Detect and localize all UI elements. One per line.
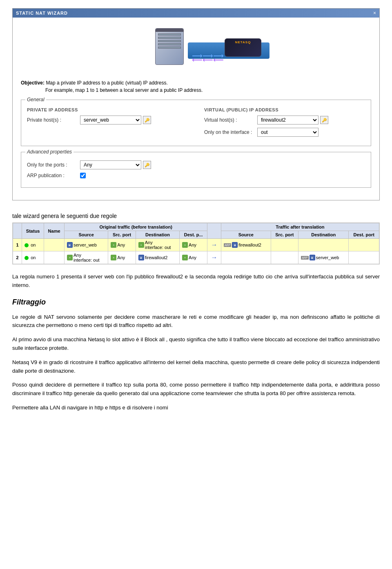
netasq-device: NETASQ xyxy=(225,38,261,57)
any-icon2: + xyxy=(138,242,144,248)
row1-after-source-text: firewallout2 xyxy=(238,242,261,247)
para3: Al primo avvio di una macchina Netasq lo… xyxy=(12,336,380,353)
advanced-title: Advanced properties xyxy=(25,149,74,155)
arp-icon2: ARP xyxy=(301,256,308,260)
server-stripe-4 xyxy=(158,43,181,45)
row2-dest-cell: 🖥 firewallout2 xyxy=(138,255,168,260)
interface-row: Only on the interface : out xyxy=(204,128,365,137)
row2-destport: + Any xyxy=(180,251,207,264)
para5: Posso quindi decidere di permettere il t… xyxy=(12,381,380,398)
row1-srcport-cell: + Any xyxy=(111,242,125,248)
ports-label: Only for the ports : xyxy=(27,162,80,168)
row1-srcport-text: Any xyxy=(117,242,125,247)
objective-main: Map a private IP address to a public (vi… xyxy=(46,80,167,86)
ports-control: Any 🔑 xyxy=(80,160,151,169)
row1-after-dest xyxy=(298,239,349,251)
filtraggio-heading: Filtraggio xyxy=(12,298,380,307)
advanced-group: Advanced properties Only for the ports :… xyxy=(21,152,371,188)
netasq-label: NETASQ xyxy=(225,39,261,44)
private-section-title: PRIVATE IP ADDRESS xyxy=(27,107,188,112)
wizard-window: STATIC NAT WIZARD × xyxy=(12,8,380,200)
status-on-icon xyxy=(24,243,29,247)
server-stripe-1 xyxy=(158,33,181,36)
row2-destport-cell: + Any xyxy=(182,255,196,260)
private-host-label: Private host(s) : xyxy=(27,117,80,123)
section-title: tale wizard genera le seguenti due regol… xyxy=(12,213,380,219)
row2-dest: 🖥 firewallout2 xyxy=(136,251,179,264)
row2-srcport-cell: + Any xyxy=(111,255,125,260)
private-host-control: server_web 🔑 xyxy=(80,116,151,124)
row1-status-label: on xyxy=(31,242,36,247)
wizard-close-button[interactable]: × xyxy=(373,10,376,16)
ports-row: Only for the ports : Any 🔑 xyxy=(27,160,365,169)
col-after-srcport-header: Src. port xyxy=(271,231,298,239)
row2-name xyxy=(44,251,65,264)
host-icon: 🖥 xyxy=(67,242,73,248)
row1-after-srcport xyxy=(271,239,298,251)
host-icon3: 🖥 xyxy=(138,255,144,260)
row1-dest-cell: + Anyinterface: out xyxy=(138,240,171,250)
server-stripe-2 xyxy=(158,37,181,39)
row2-source-text: Anyinterface: out xyxy=(74,253,100,262)
row1-destport-cell: + Any xyxy=(182,242,196,248)
any-icon4: + xyxy=(67,255,73,260)
row2-destport-text: Any xyxy=(189,255,196,260)
virtual-host-row: Virtual host(s) : firewallout2 🔑 xyxy=(204,116,365,124)
virtual-host-add-button[interactable]: 🔑 xyxy=(320,116,328,124)
arp-icon: ARP xyxy=(224,243,231,247)
para1: La regola numero 1 presenta il server we… xyxy=(12,273,380,290)
private-ip-col: PRIVATE IP ADDRESS Private host(s) : ser… xyxy=(27,107,188,140)
row2-after-dest: ARP 🖥 server_web xyxy=(298,251,349,264)
objective-label: Objective: xyxy=(21,80,45,86)
diagram-image: ⟶⟶⟶ ⟵⟵⟵ NETASQ xyxy=(131,24,261,73)
row2-source: + Anyinterface: out xyxy=(64,251,108,264)
row1-dest-text: Anyinterface: out xyxy=(145,240,171,250)
row2-after-dest-cell: ARP 🖥 server_web xyxy=(301,255,339,260)
col-status-header: Status xyxy=(22,223,44,239)
para6: Permettere alla LAN di navigare in http … xyxy=(12,404,380,412)
row2-status: on xyxy=(22,251,44,264)
arp-checkbox[interactable] xyxy=(80,173,86,178)
virtual-section-title: VIRTUAL (PUBLIC) IP ADDRESS xyxy=(204,107,365,112)
row1-destport: + Any xyxy=(180,239,207,251)
row2-after-source xyxy=(221,251,271,264)
interface-select[interactable]: out xyxy=(257,128,318,137)
virtual-ip-col: VIRTUAL (PUBLIC) IP ADDRESS Virtual host… xyxy=(204,107,365,140)
arrow-left-icon: ⟵⟵⟵ xyxy=(192,56,224,64)
ports-add-button[interactable]: 🔑 xyxy=(143,161,151,169)
objective-text: Objective: Map a private IP address to a… xyxy=(21,79,371,94)
general-title: General xyxy=(25,97,46,102)
arp-row: ARP publication : xyxy=(27,173,365,178)
nat-table-container: Status Name Original traffic (before tra… xyxy=(12,222,380,264)
row1-after-destport xyxy=(349,239,379,251)
table-row: 1 on 🖥 server_web + xyxy=(13,239,379,251)
server-diagram xyxy=(155,28,184,65)
status-on-icon2 xyxy=(24,256,29,260)
col-after-source-header: Source xyxy=(221,231,271,239)
row1-destport-text: Any xyxy=(189,242,196,247)
wizard-titlebar: STATIC NAT WIZARD × xyxy=(13,9,379,18)
private-host-select[interactable]: server_web xyxy=(80,116,141,124)
arp-label: ARP publication : xyxy=(27,173,80,178)
row2-after-destport xyxy=(349,251,379,264)
any-icon6: + xyxy=(182,255,188,260)
main-content: tale wizard genera le seguenti due regol… xyxy=(0,209,392,422)
row1-arrow: → xyxy=(207,239,221,251)
server-stripes xyxy=(158,33,181,49)
para4: Netasq V9 è in grado di ricostruire il t… xyxy=(12,358,380,376)
row1-after-source: ARP 🖥 firewallout2 xyxy=(221,239,271,251)
row2-dest-text: firewallout2 xyxy=(145,255,168,260)
ports-select[interactable]: Any xyxy=(80,160,141,169)
table-row: 2 on + Anyinterface: out + xyxy=(13,251,379,264)
wizard-body: ⟶⟶⟶ ⟵⟵⟵ NETASQ Objective: Map a private … xyxy=(13,18,379,200)
para2: Le regole di NAT servono solamente per d… xyxy=(12,313,380,330)
virtual-host-select[interactable]: firewallout2 xyxy=(257,116,318,124)
row1-name xyxy=(44,239,65,251)
interface-control: out xyxy=(257,128,318,137)
row1-dest: + Anyinterface: out xyxy=(136,239,179,251)
virtual-host-label: Virtual host(s) : xyxy=(204,117,257,123)
row2-arrow: → xyxy=(207,251,221,264)
row1-num: 1 xyxy=(13,239,22,251)
row1-status: on xyxy=(22,239,44,251)
private-host-add-button[interactable]: 🔑 xyxy=(143,116,151,124)
